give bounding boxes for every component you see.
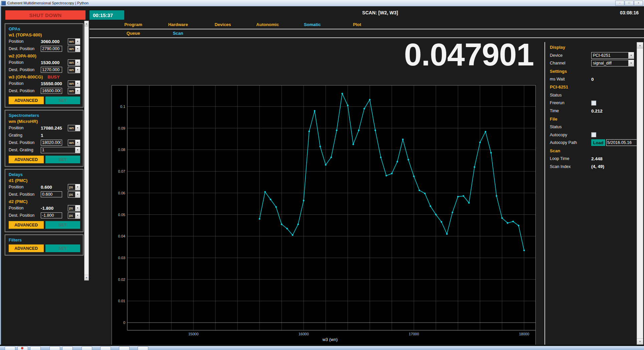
chevron-down-icon[interactable]: ▼ <box>75 60 80 65</box>
channel-select[interactable]: signal_diff▼ <box>591 60 634 66</box>
chevron-down-icon[interactable]: ▼ <box>628 52 634 58</box>
shutdown-button[interactable]: SHUT DOWN <box>5 10 86 20</box>
units-select[interactable]: ps▼ <box>68 212 80 219</box>
taskbar-item[interactable] <box>100 346 111 350</box>
chevron-down-icon[interactable]: ▼ <box>75 184 80 190</box>
right-panel-scrollbar[interactable]: ▲ ▼ <box>637 42 643 345</box>
scroll-up-icon[interactable]: ▲ <box>637 42 643 48</box>
advanced-button[interactable]: ADVANCED <box>9 221 44 229</box>
autocopy-checkbox[interactable] <box>591 132 596 137</box>
set-button[interactable]: SET <box>45 97 80 104</box>
chevron-down-icon[interactable]: ▼ <box>75 39 80 44</box>
taskbar-item[interactable] <box>5 346 15 350</box>
tab-somatic[interactable]: Somatic <box>290 22 335 29</box>
hardware-row: Dest. Positionps▼ <box>9 212 80 219</box>
taskbar-item[interactable] <box>17 346 28 350</box>
data-point-marker <box>501 217 503 219</box>
chevron-down-icon[interactable]: ▼ <box>75 140 80 146</box>
section-header: Scan <box>550 148 560 153</box>
chevron-down-icon[interactable]: ▼ <box>75 46 80 52</box>
tab-hardware[interactable]: Hardware <box>156 22 200 29</box>
chevron-down-icon[interactable]: ▼ <box>75 67 80 73</box>
chevron-down-icon[interactable]: ▼ <box>75 205 80 211</box>
chevron-down-icon[interactable]: ▼ <box>75 125 80 131</box>
scan-plot: 00.010.020.030.040.050.060.070.080.090.1… <box>112 85 536 345</box>
left-panel-scrollbar[interactable]: ▲ ▼ <box>84 21 89 281</box>
value-readout: 0 <box>591 77 594 82</box>
dest-position-input[interactable] <box>41 212 62 218</box>
tab-program[interactable]: Program <box>111 22 156 29</box>
autocopy-path-field[interactable]: 5/2016.05.16 <box>606 139 638 146</box>
units-select[interactable]: ps▼ <box>68 205 80 211</box>
maximize-button[interactable]: □ <box>625 1 634 6</box>
selected-value: PCI-6251 <box>592 52 628 58</box>
advanced-button[interactable]: ADVANCED <box>9 156 44 163</box>
panel-row-pci-6251: PCI-6251 <box>550 83 635 91</box>
units-select[interactable]: wn▼ <box>68 59 80 66</box>
subtab-queue[interactable]: Queue <box>111 31 156 37</box>
scroll-down-icon[interactable]: ▼ <box>85 275 89 280</box>
row-label: Channel <box>550 61 591 65</box>
units-select[interactable]: wn▼ <box>68 80 80 87</box>
panel-row-channel: Channelsignal_diff▼ <box>550 59 635 67</box>
minimize-button[interactable]: – <box>615 1 624 6</box>
data-point-marker <box>341 93 343 95</box>
row-label: Position <box>9 185 41 189</box>
row-label: Position <box>9 126 41 130</box>
load-path-button[interactable]: Load <box>591 139 605 146</box>
row-label: Dest. Position <box>9 140 41 145</box>
advanced-button[interactable]: ADVANCED <box>9 97 44 104</box>
taskbar-item[interactable] <box>62 346 73 350</box>
set-button[interactable]: SET <box>45 156 80 163</box>
units-select[interactable]: wn▼ <box>68 46 80 52</box>
chevron-down-icon[interactable]: ▼ <box>75 81 80 86</box>
units-select[interactable]: wn▼ <box>68 38 80 45</box>
scroll-down-icon[interactable]: ▼ <box>637 338 643 344</box>
dest-grating-select[interactable]: 1▼ <box>41 147 80 153</box>
device-select[interactable]: PCI-6251▼ <box>591 52 634 59</box>
panel-row-scan-index: Scan Index(4, 49) <box>550 163 635 171</box>
close-button[interactable]: × <box>634 1 643 6</box>
dest-position-input[interactable] <box>41 67 62 73</box>
unit-value: ps <box>68 205 75 211</box>
chevron-down-icon[interactable]: ▼ <box>75 213 80 218</box>
scroll-up-icon[interactable]: ▲ <box>85 21 89 26</box>
data-point-marker <box>292 234 294 236</box>
row-label: Dest. Position <box>9 213 41 218</box>
chevron-down-icon[interactable]: ▼ <box>628 60 634 66</box>
data-point-marker <box>396 161 398 163</box>
taskbar-item[interactable] <box>30 346 41 350</box>
x-tick-label: 18000 <box>519 332 529 336</box>
row-label: Autocopy <box>550 133 591 137</box>
units-select[interactable]: ps▼ <box>68 191 80 198</box>
taskbar-item[interactable] <box>138 346 148 350</box>
dest-position-input[interactable] <box>41 88 62 94</box>
units-select[interactable]: wn▼ <box>68 67 80 73</box>
freerun-checkbox[interactable] <box>591 101 596 106</box>
taskbar-item[interactable] <box>119 346 130 350</box>
window-controls: – □ × <box>615 1 643 6</box>
units-select[interactable]: wn▼ <box>68 140 80 146</box>
set-button[interactable]: SET <box>45 244 80 252</box>
data-point-marker <box>369 99 371 101</box>
section-header: Display <box>550 45 565 50</box>
dest-position-input[interactable] <box>41 46 62 52</box>
set-button[interactable]: SET <box>45 221 80 229</box>
tab-devices[interactable]: Devices <box>200 22 245 29</box>
taskbar-item[interactable] <box>82 346 92 350</box>
chevron-down-icon[interactable]: ▼ <box>75 192 80 197</box>
chevron-down-icon[interactable]: ▼ <box>75 88 80 94</box>
units-select[interactable]: wn▼ <box>68 125 80 131</box>
tab-autonomic[interactable]: Autonomic <box>245 22 290 29</box>
dest-position-input[interactable] <box>41 140 62 146</box>
units-select[interactable]: ps▼ <box>68 184 80 190</box>
tab-plot[interactable]: Plot <box>335 22 379 29</box>
chevron-down-icon[interactable]: ▼ <box>75 147 80 153</box>
row-label: Dest. Position <box>9 89 41 93</box>
dest-position-input[interactable] <box>41 191 62 197</box>
units-select[interactable]: wn▼ <box>68 88 80 94</box>
advanced-button[interactable]: ADVANCED <box>9 244 44 252</box>
subtab-scan[interactable]: Scan <box>156 31 200 37</box>
taskbar-item[interactable] <box>49 346 60 350</box>
y-tick-label: 0.09 <box>118 126 125 130</box>
